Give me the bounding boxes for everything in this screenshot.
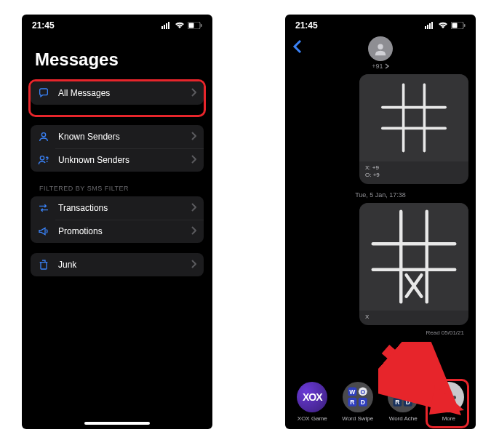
trash-icon bbox=[38, 259, 52, 271]
word-swipe-icon: WORD bbox=[343, 382, 373, 412]
bubble-meta: X: +9 O: +9 bbox=[359, 161, 468, 184]
bubble-meta-line: X bbox=[365, 313, 463, 321]
svg-rect-5 bbox=[189, 23, 194, 28]
row-label: All Messages bbox=[58, 88, 191, 98]
contact-avatar[interactable] bbox=[368, 36, 393, 61]
contact-name[interactable]: +91 bbox=[372, 63, 388, 70]
svg-rect-16 bbox=[464, 24, 466, 27]
chevron-right-icon bbox=[191, 88, 196, 99]
filter-promotions[interactable]: Promotions bbox=[31, 220, 204, 243]
message-bubble-2[interactable]: X bbox=[359, 203, 468, 325]
app-xox-game[interactable]: XOX XOX Game bbox=[292, 382, 332, 422]
chevron-right-icon bbox=[191, 226, 196, 237]
status-indicators bbox=[425, 22, 466, 29]
wifi-icon bbox=[438, 22, 448, 29]
app-word-ache[interactable]: WORD Word Ache bbox=[383, 382, 423, 422]
filter-junk[interactable]: Junk bbox=[31, 253, 204, 276]
chevron-right-icon bbox=[385, 63, 389, 69]
svg-text:O: O bbox=[360, 388, 365, 396]
tictactoe-board-icon bbox=[359, 203, 468, 311]
battery-icon bbox=[188, 22, 202, 29]
svg-rect-6 bbox=[201, 24, 202, 27]
app-label: Word Swipe bbox=[342, 415, 373, 422]
row-label: Known Senders bbox=[58, 132, 191, 142]
app-label: XOX Game bbox=[298, 415, 327, 422]
message-bubble-1[interactable]: X: +9 O: +9 bbox=[359, 74, 468, 184]
filter-transactions[interactable]: Transactions bbox=[31, 196, 204, 220]
chevron-right-icon bbox=[191, 132, 196, 143]
row-label: Transactions bbox=[58, 203, 191, 213]
back-button[interactable] bbox=[292, 39, 303, 57]
app-label: More bbox=[442, 415, 455, 422]
svg-point-17 bbox=[378, 44, 383, 49]
status-bar: 21:45 bbox=[285, 15, 476, 33]
svg-text:O: O bbox=[406, 388, 411, 396]
svg-text:R: R bbox=[350, 399, 354, 406]
bubble-icon bbox=[38, 87, 52, 99]
chevron-right-icon bbox=[191, 155, 196, 166]
filter-known-senders[interactable]: Known Senders bbox=[31, 125, 204, 148]
status-time: 21:45 bbox=[32, 20, 55, 31]
tictactoe-board-icon bbox=[359, 74, 468, 161]
person-question-icon bbox=[38, 154, 52, 166]
svg-point-7 bbox=[41, 133, 45, 137]
svg-rect-11 bbox=[427, 25, 428, 29]
svg-rect-1 bbox=[164, 25, 165, 29]
svg-rect-15 bbox=[452, 23, 458, 28]
filter-all-messages[interactable]: All Messages bbox=[31, 81, 204, 105]
row-label: Junk bbox=[58, 260, 191, 270]
svg-rect-13 bbox=[431, 22, 433, 29]
filter-unknown-senders[interactable]: Unknown Senders bbox=[31, 148, 204, 172]
bubble-meta-line: O: +9 bbox=[365, 172, 463, 179]
status-bar: 21:45 bbox=[22, 15, 212, 33]
page-title: Messages bbox=[22, 33, 212, 81]
phone-conversation: 21:45 +91 bbox=[285, 15, 476, 429]
phone-messages-filters: 21:45 Messages All Messages bbox=[22, 15, 212, 429]
svg-text:D: D bbox=[406, 399, 410, 406]
svg-text:W: W bbox=[349, 388, 356, 396]
row-label: Unknown Senders bbox=[58, 155, 191, 165]
wifi-icon bbox=[175, 22, 185, 29]
svg-point-8 bbox=[40, 156, 44, 160]
more-icon bbox=[434, 382, 464, 412]
person-icon bbox=[38, 131, 52, 143]
status-indicators bbox=[161, 22, 202, 29]
chat-header: +91 bbox=[285, 35, 476, 70]
filter-list: All Messages Known Senders bbox=[22, 81, 212, 287]
svg-text:R: R bbox=[396, 399, 400, 406]
home-indicator[interactable] bbox=[84, 422, 150, 425]
read-receipt: Read 05/01/21 bbox=[426, 329, 465, 336]
battery-icon bbox=[451, 22, 466, 29]
app-word-swipe[interactable]: WORD Word Swipe bbox=[338, 382, 378, 422]
imessage-app-drawer[interactable]: XOX XOX Game WORD Word Swipe WORD Word A… bbox=[285, 382, 476, 422]
highlight-all-messages: All Messages bbox=[28, 79, 206, 117]
arrows-icon bbox=[38, 202, 52, 214]
megaphone-icon bbox=[38, 225, 52, 237]
svg-rect-0 bbox=[161, 26, 163, 29]
conversation[interactable]: X: +9 O: +9 Tue, 5 Jan, 17:38 bbox=[285, 70, 476, 336]
contact-label: +91 bbox=[372, 63, 383, 70]
message-timestamp: Tue, 5 Jan, 17:38 bbox=[355, 191, 406, 199]
cellular-icon bbox=[425, 22, 435, 29]
word-ache-icon: WORD bbox=[388, 382, 418, 412]
svg-rect-12 bbox=[429, 23, 431, 29]
section-header: FILTERED BY SMS FILTER bbox=[31, 182, 204, 196]
chevron-right-icon bbox=[191, 203, 196, 214]
app-label: Word Ache bbox=[389, 415, 418, 422]
svg-rect-10 bbox=[425, 26, 426, 29]
svg-rect-2 bbox=[166, 23, 167, 29]
chevron-right-icon bbox=[191, 260, 196, 271]
bubble-meta: X bbox=[359, 311, 468, 325]
svg-text:W: W bbox=[395, 388, 402, 396]
xox-icon: XOX bbox=[297, 382, 327, 412]
status-time: 21:45 bbox=[295, 20, 318, 31]
row-label: Promotions bbox=[58, 226, 191, 236]
bubble-meta-line: X: +9 bbox=[365, 164, 463, 172]
svg-text:D: D bbox=[360, 399, 364, 406]
svg-point-9 bbox=[47, 161, 47, 162]
cellular-icon bbox=[161, 22, 172, 29]
app-more[interactable]: More bbox=[428, 382, 469, 422]
svg-rect-3 bbox=[168, 22, 169, 29]
